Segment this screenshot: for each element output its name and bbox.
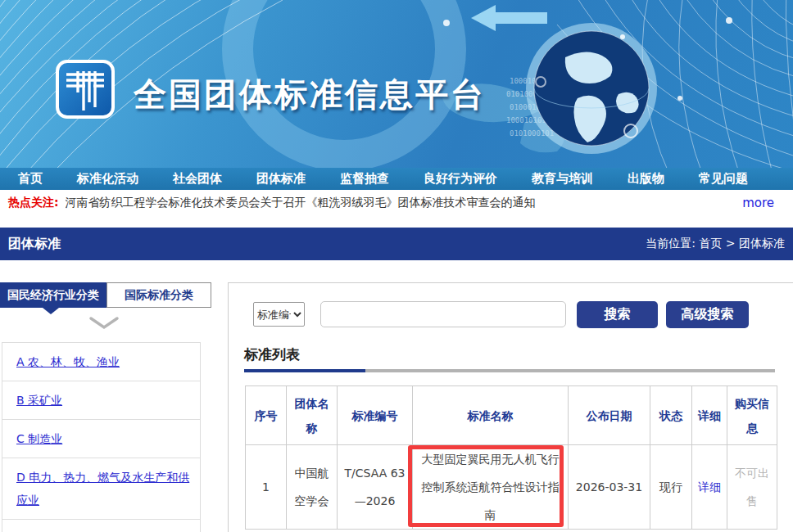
cell-date: 2026-03-31 — [569, 445, 650, 530]
standards-panel: 标准编号 搜索 高级搜索 标准列表 序号 团体名称 标准编号 标准名称 公布日期… — [228, 282, 793, 532]
breadcrumb-current: 团体标准 — [739, 237, 785, 250]
content-area: 国民经济行业分类 国际标准分类 A 农、林、牧、渔业 B 采矿业 C 制造业 D… — [0, 260, 793, 532]
col-date: 公布日期 — [569, 386, 650, 445]
active-tab-pointer — [43, 308, 59, 314]
breadcrumb-home-link[interactable]: 首页 — [699, 237, 722, 250]
cell-standard-name: 大型固定翼民用无人机飞行控制系统适航符合性设计指南 — [413, 445, 569, 530]
breadcrumb-location-label: 当前位置: — [646, 237, 696, 250]
col-name: 标准名称 — [413, 386, 569, 445]
col-status: 状态 — [650, 386, 692, 445]
advanced-search-button[interactable]: 高级搜索 — [666, 301, 749, 328]
hot-topic-label: 热点关注: — [8, 196, 59, 210]
cell-code: T/CSAA 63—2026 — [338, 445, 413, 530]
category-link-d[interactable]: D 电力、热力、燃气及水生产和供应业 — [16, 471, 189, 507]
platform-logo[interactable] — [56, 60, 115, 119]
search-field-select[interactable]: 标准编号 — [253, 302, 305, 327]
col-org: 团体名称 — [287, 386, 338, 445]
site-banner: 1000101010 0101000101 0100010101 1000101… — [0, 0, 793, 168]
breadcrumb: 当前位置: 首页 > 团体标准 — [646, 237, 785, 251]
nav-item-publications[interactable]: 出版物 — [628, 171, 664, 187]
section-title: 团体标准 — [8, 236, 61, 253]
title-underline — [244, 369, 775, 372]
hot-topic-notice-link[interactable]: 河南省纺织工程学会标准化技术委员会关于召开《粗洗羽绒羽毛》团体标准技术审查会的通… — [66, 196, 733, 210]
cell-seq: 1 — [246, 445, 287, 530]
list-item: A 农、林、牧、渔业 — [2, 343, 200, 381]
search-input[interactable] — [320, 301, 566, 327]
table-header-row: 序号 团体名称 标准编号 标准名称 公布日期 状态 详细 购买信息 — [246, 386, 777, 445]
category-link-c[interactable]: C 制造业 — [16, 432, 62, 445]
col-detail: 详细 — [692, 386, 727, 445]
cell-org: 中国航空学会 — [287, 445, 338, 530]
nav-item-faq[interactable]: 常见问题 — [699, 171, 748, 187]
nav-item-education-training[interactable]: 教育与培训 — [532, 171, 593, 187]
list-item: E 建筑业 — [2, 520, 200, 532]
nav-item-group-standards[interactable]: 团体标准 — [256, 171, 306, 187]
industry-category-list: A 农、林、牧、渔业 B 采矿业 C 制造业 D 电力、热力、燃气及水生产和供应… — [2, 342, 201, 532]
category-link-b[interactable]: B 采矿业 — [16, 394, 62, 407]
cell-status: 现行 — [650, 445, 692, 530]
more-link[interactable]: more — [742, 196, 774, 210]
table-row: 1 中国航空学会 T/CSAA 63—2026 大型固定翼民用无人机飞行控制系统… — [246, 445, 777, 530]
col-code: 标准编号 — [338, 386, 413, 445]
search-button[interactable]: 搜索 — [577, 301, 658, 328]
standards-table: 序号 团体名称 标准编号 标准名称 公布日期 状态 详细 购买信息 1 中国航空… — [245, 385, 777, 530]
section-bar: 团体标准 当前位置: 首页 > 团体标准 — [0, 228, 793, 260]
col-purchase: 购买信息 — [727, 386, 777, 445]
title-underline-accent — [244, 369, 365, 372]
tab-national-economy-classification[interactable]: 国民经济行业分类 — [0, 282, 106, 308]
list-item: C 制造业 — [2, 420, 200, 458]
nav-item-social-organizations[interactable]: 社会团体 — [173, 171, 222, 187]
site-title: 全国团体标准信息平台 — [134, 72, 486, 117]
list-item: B 采矿业 — [2, 381, 200, 420]
col-seq: 序号 — [246, 386, 287, 445]
chevron-down-icon — [88, 316, 120, 331]
nav-item-home[interactable]: 首页 — [18, 171, 43, 187]
arrow-left-graphic — [471, 5, 547, 31]
hot-topic-bar: 热点关注: 河南省纺织工程学会标准化技术委员会关于召开《粗洗羽绒羽毛》团体标准技… — [0, 190, 793, 215]
list-title: 标准列表 — [244, 345, 300, 364]
globe-graphic — [526, 23, 657, 154]
nav-item-good-behavior[interactable]: 良好行为评价 — [424, 171, 497, 187]
nav-item-supervision[interactable]: 监督抽查 — [340, 171, 389, 187]
nav-item-standardization-activities[interactable]: 标准化活动 — [77, 171, 138, 187]
cell-detail: 详细 — [692, 445, 727, 530]
list-item: D 电力、热力、燃气及水生产和供应业 — [2, 458, 200, 520]
tab-international-standard-classification[interactable]: 国际标准分类 — [106, 282, 211, 308]
main-nav: 首页 标准化活动 社会团体 团体标准 监督抽查 良好行为评价 教育与培训 出版物… — [0, 168, 793, 190]
category-link-a[interactable]: A 农、林、牧、渔业 — [16, 355, 120, 368]
detail-link[interactable]: 详细 — [698, 480, 721, 494]
breadcrumb-separator: > — [726, 237, 736, 250]
cell-purchase: 不可出售 — [727, 445, 777, 530]
